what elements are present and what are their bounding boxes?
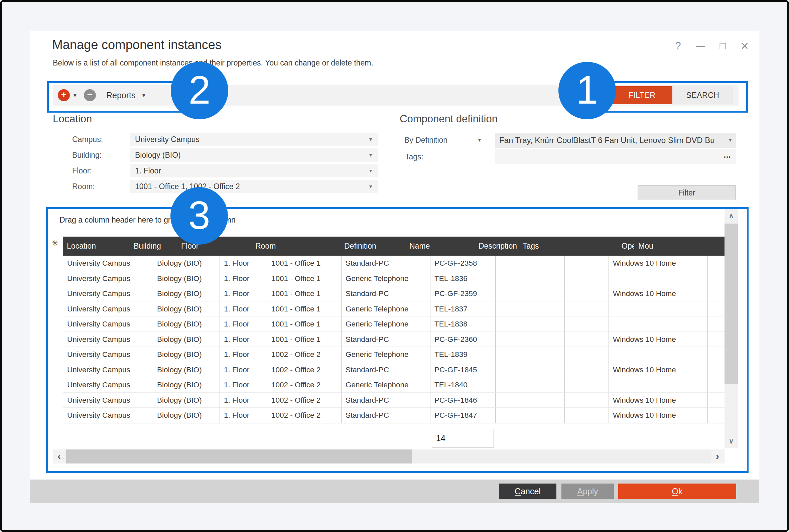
column-header[interactable]: Description (475, 236, 519, 255)
cell-operating-system: Windows 10 Home (609, 332, 708, 347)
remove-button[interactable]: − (84, 89, 96, 101)
scroll-left-icon[interactable]: ‹ (53, 450, 65, 463)
location-dropdown[interactable]: 1001 - Office 1, 1002 - Office 2 ▼ (130, 180, 378, 193)
cell-description (496, 255, 565, 271)
horizontal-scrollbar[interactable]: ‹ › (53, 450, 725, 463)
column-header[interactable]: Mou (634, 236, 653, 255)
table-row[interactable]: University Campus Biology (BIO) 1. Floor… (63, 393, 725, 408)
location-dropdown[interactable]: Biology (BIO) ▼ (130, 148, 378, 162)
location-dropdown[interactable]: 1. Floor ▼ (130, 164, 378, 177)
by-definition-caret-icon[interactable]: ▼ (477, 133, 482, 148)
ellipsis-icon[interactable]: ••• (724, 149, 731, 165)
cell-building: Biology (BIO) (153, 286, 220, 301)
reports-caret-icon[interactable]: ▾ (142, 92, 146, 99)
cell-description (496, 286, 565, 301)
cell-building: Biology (BIO) (153, 362, 220, 378)
scroll-up-icon[interactable]: ∧ (725, 208, 738, 223)
scroll-down-icon[interactable]: ∨ (725, 434, 738, 448)
name-filter-input[interactable] (432, 429, 494, 448)
close-icon[interactable]: × (741, 39, 749, 53)
cell-tags (565, 362, 609, 378)
cell-mounting (708, 362, 725, 378)
by-definition-selector[interactable]: By Definition (404, 133, 447, 148)
tags-label: Tags: (405, 149, 423, 165)
table-row[interactable]: University Campus Biology (BIO) 1. Floor… (63, 377, 725, 393)
vertical-scroll-thumb[interactable] (725, 224, 738, 384)
table-row[interactable]: University Campus Biology (BIO) 1. Floor… (63, 332, 725, 347)
table-row[interactable]: University Campus Biology (BIO) 1. Floor… (63, 362, 725, 378)
cell-description (496, 362, 565, 378)
ok-label: Ok (620, 487, 734, 496)
search-tab-button[interactable]: SEARCH (672, 86, 733, 104)
table-row[interactable]: University Campus Biology (BIO) 1. Floor… (63, 271, 725, 286)
chevron-down-icon: ▼ (368, 148, 373, 162)
ok-button[interactable]: Ok (618, 483, 736, 499)
column-header[interactable]: Location (63, 236, 130, 255)
cell-mounting (708, 286, 725, 301)
maximize-icon[interactable]: □ (720, 40, 726, 52)
cancel-button[interactable]: Cancel (499, 483, 556, 499)
cell-mounting (708, 332, 725, 347)
cell-mounting (708, 408, 725, 423)
table-row[interactable]: University Campus Biology (BIO) 1. Floor… (63, 301, 725, 317)
cell-mounting (708, 317, 725, 332)
location-heading: Location (53, 113, 92, 125)
table-row[interactable]: University Campus Biology (BIO) 1. Floor… (63, 347, 725, 362)
column-header[interactable]: Name (405, 236, 475, 255)
location-dropdown[interactable]: University Campus ▼ (130, 133, 378, 146)
column-header[interactable]: Definition (340, 236, 405, 255)
cell-floor: 1. Floor (220, 347, 267, 362)
column-header[interactable]: Tags (519, 236, 618, 255)
cell-name: PC-GF-1846 (430, 393, 496, 408)
table-row[interactable]: University Campus Biology (BIO) 1. Floor… (63, 255, 725, 271)
reports-menu[interactable]: Reports (106, 89, 136, 101)
cell-floor: 1. Floor (220, 332, 267, 347)
filter-tab-button[interactable]: FILTER (612, 86, 672, 104)
table-row[interactable]: University Campus Biology (BIO) 1. Floor… (63, 317, 725, 332)
cell-operating-system (609, 377, 708, 393)
cell-description (496, 271, 565, 286)
apply-button[interactable]: Apply (561, 483, 614, 499)
cell-definition: Standard-PC (342, 362, 430, 378)
column-header[interactable]: Room (251, 236, 340, 255)
apply-label: Apply (563, 487, 612, 496)
cell-floor: 1. Floor (220, 286, 267, 301)
component-definition-heading: Component definition (400, 113, 498, 125)
window-controls: ? — □ × (675, 36, 749, 56)
help-icon[interactable]: ? (675, 40, 681, 52)
cell-building: Biology (BIO) (153, 393, 220, 408)
column-header[interactable]: Operating system (618, 236, 634, 255)
cell-definition: Generic Telephone (342, 271, 430, 286)
cell-name: TEL-1839 (430, 347, 496, 362)
cell-name: PC-GF-1845 (430, 362, 496, 378)
column-header[interactable]: Floor (177, 236, 251, 255)
cell-location: University Campus (63, 301, 153, 317)
vertical-scrollbar[interactable]: ∧ ∨ (725, 208, 738, 448)
minus-icon: − (87, 90, 93, 100)
minimize-icon[interactable]: — (696, 41, 705, 51)
cell-name: TEL-1836 (430, 271, 496, 286)
scroll-right-icon[interactable]: › (711, 450, 724, 463)
cell-mounting (708, 377, 725, 393)
tags-field[interactable]: ••• (495, 149, 736, 165)
cell-location: University Campus (63, 347, 153, 362)
definition-dropdown[interactable]: Fan Tray, Knürr CoolBlastT 6 Fan Unit, L… (495, 133, 736, 148)
add-dropdown-caret-icon[interactable]: ▾ (74, 92, 77, 99)
cancel-label: Cancel (501, 487, 554, 496)
cell-floor: 1. Floor (220, 393, 267, 408)
cell-building: Biology (BIO) (153, 332, 220, 347)
filter-apply-button[interactable]: Filter (638, 186, 736, 200)
column-config-icon[interactable]: ✳ (52, 238, 58, 248)
cell-floor: 1. Floor (220, 362, 267, 378)
table-row[interactable]: University Campus Biology (BIO) 1. Floor… (63, 408, 725, 423)
table-row[interactable]: University Campus Biology (BIO) 1. Floor… (63, 286, 725, 301)
column-header[interactable]: Building (130, 236, 177, 255)
horizontal-scroll-thumb[interactable] (66, 450, 412, 463)
dropdown-value: 1001 - Office 1, 1002 - Office 2 (135, 180, 364, 193)
cell-description (496, 317, 565, 332)
cell-description (496, 377, 565, 393)
cell-operating-system (609, 347, 708, 362)
add-button[interactable]: + (58, 89, 70, 101)
cell-operating-system: Windows 10 Home (609, 408, 708, 423)
cell-room: 1002 - Office 2 (267, 377, 342, 393)
